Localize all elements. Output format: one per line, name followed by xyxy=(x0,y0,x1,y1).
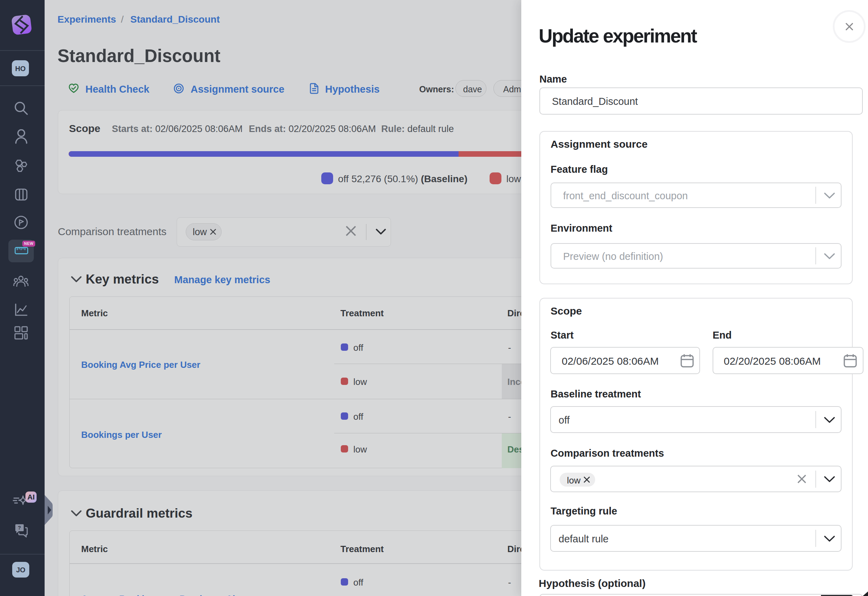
svg-text:?: ? xyxy=(18,525,21,531)
